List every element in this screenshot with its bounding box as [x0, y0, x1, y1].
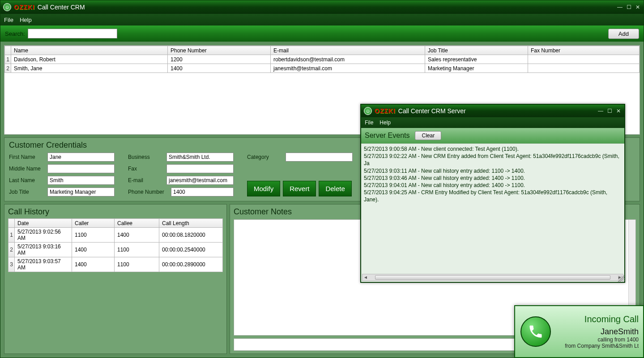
- app-icon: ☺: [3, 3, 11, 11]
- input-jobtitle[interactable]: [47, 188, 115, 196]
- menu-help[interactable]: Help: [20, 17, 32, 23]
- scrollbar-horizontal[interactable]: ◄ ►: [362, 274, 623, 281]
- table-row[interactable]: 2 5/27/2013 9:03:16 AM 1400 1100 00:00:0…: [9, 243, 223, 257]
- menu-file[interactable]: File: [365, 119, 373, 126]
- scroll-left-icon[interactable]: ◄: [363, 274, 369, 281]
- col-email[interactable]: E-mail: [271, 46, 425, 55]
- close-icon[interactable]: ✕: [635, 4, 641, 10]
- server-menubar: File Help: [361, 117, 624, 128]
- label-business: Business: [128, 154, 164, 160]
- minimize-icon[interactable]: —: [617, 4, 623, 10]
- col-date[interactable]: Date: [15, 219, 72, 228]
- phone-icon: [520, 316, 551, 347]
- server-events-bar: Server Events Clear: [361, 128, 624, 143]
- log-line: 5/27/2013 9:03:46 AM - New call history …: [364, 175, 622, 182]
- clear-button[interactable]: Clear: [415, 131, 441, 140]
- call-history-title: Call History: [8, 207, 223, 217]
- call-history-panel: Call History Date Caller Callee Call Len…: [4, 204, 227, 354]
- resize-grip-icon[interactable]: [618, 276, 624, 282]
- log-line: 5/27/2013 9:00:58 AM - New client connec…: [364, 145, 622, 153]
- input-business[interactable]: [166, 153, 234, 162]
- maximize-icon[interactable]: ☐: [626, 4, 632, 10]
- input-email[interactable]: [166, 176, 234, 185]
- col-fax[interactable]: Fax Number: [528, 46, 640, 55]
- log-line: 5/27/2013 9:02:22 AM - New CRM Entry add…: [364, 153, 622, 167]
- input-category[interactable]: [286, 153, 353, 162]
- scrollbar-thumb[interactable]: [375, 275, 610, 280]
- server-title: Call Center CRM Server: [398, 107, 466, 115]
- search-input[interactable]: [28, 29, 117, 38]
- server-events-title: Server Events: [365, 132, 409, 140]
- col-length[interactable]: Call Length: [159, 219, 223, 228]
- toast-caller-name: JaneSmith: [556, 327, 639, 337]
- col-name[interactable]: Name: [11, 46, 168, 55]
- label-fax: Fax: [128, 166, 164, 172]
- close-icon[interactable]: ✕: [615, 108, 622, 114]
- input-middlename[interactable]: [47, 164, 115, 173]
- input-lastname[interactable]: [47, 176, 115, 185]
- label-middlename: Middle Name: [9, 166, 45, 172]
- app-title: Call Center CRM: [38, 4, 85, 11]
- label-email: E-mail: [128, 177, 164, 183]
- col-callee[interactable]: Callee: [115, 219, 159, 228]
- label-category: Category: [247, 154, 283, 160]
- input-fax[interactable]: [166, 164, 234, 173]
- incoming-call-toast[interactable]: Incoming Call JaneSmith calling from 140…: [514, 305, 644, 358]
- input-firstname[interactable]: [47, 153, 115, 162]
- add-button[interactable]: Add: [608, 29, 639, 39]
- toast-line1: calling from 1400: [556, 337, 639, 343]
- delete-button[interactable]: Delete: [319, 181, 351, 196]
- menu-help[interactable]: Help: [380, 119, 391, 126]
- brand-logo: OZΣKI: [375, 107, 396, 115]
- modify-button[interactable]: Modify: [247, 181, 280, 196]
- col-jobtitle[interactable]: Job Title: [425, 46, 528, 55]
- input-phone[interactable]: [171, 188, 234, 196]
- toast-line2: from Company Smith&Smith Lt: [556, 343, 639, 349]
- server-titlebar[interactable]: ☺ OZΣKI Call Center CRM Server — ☐ ✕: [361, 105, 624, 117]
- brand-logo: OZΣKI: [14, 4, 35, 11]
- label-firstname: First Name: [9, 154, 45, 160]
- col-caller[interactable]: Caller: [72, 219, 115, 228]
- log-line: 5/27/2013 9:04:01 AM - New call history …: [364, 182, 622, 189]
- menu-file[interactable]: File: [4, 17, 13, 23]
- label-jobtitle: Job Title: [9, 189, 45, 195]
- log-line: 5/27/2013 9:03:11 AM - New call history …: [364, 167, 622, 175]
- label-phone: Phone Number: [128, 189, 168, 195]
- server-window[interactable]: ☺ OZΣKI Call Center CRM Server — ☐ ✕ Fil…: [360, 104, 625, 283]
- minimize-icon[interactable]: —: [597, 108, 604, 114]
- server-log: 5/27/2013 9:00:58 AM - New client connec…: [361, 143, 624, 282]
- main-toolbar: Search: Add: [0, 26, 644, 42]
- table-row[interactable]: 1 Davidson, Robert 1200 robertdavidson@t…: [5, 55, 640, 64]
- label-lastname: Last Name: [9, 177, 45, 183]
- maximize-icon[interactable]: ☐: [606, 108, 613, 114]
- table-row[interactable]: 3 5/27/2013 9:03:57 AM 1400 1100 00:00:0…: [9, 257, 223, 272]
- app-icon: ☺: [364, 107, 372, 115]
- toast-title: Incoming Call: [556, 314, 639, 324]
- search-label: Search:: [5, 30, 25, 37]
- col-phone[interactable]: Phone Number: [168, 46, 271, 55]
- table-row[interactable]: 2 Smith, Jane 1400 janesmith@testmail.co…: [5, 64, 640, 73]
- revert-button[interactable]: Revert: [283, 181, 316, 196]
- log-line: 5/27/2013 9:04:25 AM - CRM Entry Modifie…: [364, 189, 622, 203]
- main-menubar: File Help: [0, 14, 644, 26]
- table-header-row: Name Phone Number E-mail Job Title Fax N…: [5, 46, 640, 55]
- main-titlebar: ☺ OZΣKI Call Center CRM — ☐ ✕: [0, 0, 644, 14]
- table-row[interactable]: 1 5/27/2013 9:02:56 AM 1100 1400 00:00:0…: [9, 228, 223, 243]
